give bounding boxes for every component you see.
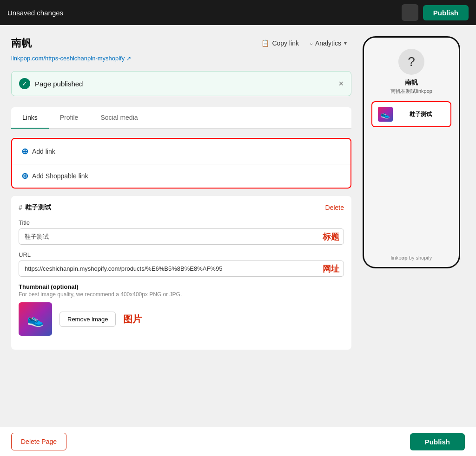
analytics-icon: ▫ [310, 39, 312, 47]
page-title: 南帆 [11, 36, 32, 50]
published-banner: ✓ Page published × [11, 71, 351, 96]
product-card: # 鞋子测试 Delete Title 标题 URL 网址 [11, 196, 351, 350]
hash-icon: # [19, 204, 22, 211]
url-field-group: URL 网址 [19, 251, 344, 277]
add-shoppable-button[interactable]: ⊕ Add Shoppable link [12, 164, 350, 188]
phone-footer-brand: op [401, 255, 407, 261]
app-header: Unsaved changes Publish [0, 0, 476, 25]
header-title: Unsaved changes [7, 9, 63, 17]
external-link-icon: ↗ [126, 55, 131, 62]
title-input[interactable] [19, 228, 344, 245]
url-label: URL [19, 251, 344, 258]
title-field-group: Title 标题 [19, 219, 344, 245]
product-card-title: # 鞋子测试 [19, 203, 51, 212]
delete-page-button[interactable]: Delete Page [11, 433, 66, 450]
header-actions: Publish [402, 4, 469, 21]
page-actions: 📋 Copy link ▫ Analytics ▾ [257, 37, 351, 50]
page-link[interactable]: linkpop.com/https-ceshichanpin-myshopify… [11, 55, 131, 62]
tabs: Links Profile Social media [11, 107, 351, 129]
header-publish-button[interactable]: Publish [423, 5, 469, 20]
plus-circle-icon: ⊕ [21, 171, 28, 181]
url-input[interactable] [19, 261, 344, 277]
phone-footer: linkpop by shopify [391, 255, 432, 261]
phone-name: 南帆 [405, 78, 418, 87]
add-link-card: ⊕ Add link ⊕ Add Shoppable link [11, 138, 351, 189]
url-hint: 网址 [323, 263, 339, 274]
tab-profile[interactable]: Profile [49, 107, 90, 129]
remove-image-button[interactable]: Remove image [60, 312, 116, 327]
phone-link-thumbnail: 👟 [378, 107, 393, 122]
phone-description: 南帆在测试linkpop [390, 88, 432, 95]
image-hint: 图片 [123, 313, 142, 326]
add-link-button[interactable]: ⊕ Add link [12, 139, 350, 164]
phone-preview: ? 南帆 南帆在测试linkpop 👟 鞋子测试 linkpop by shop… [363, 36, 460, 268]
tab-social[interactable]: Social media [89, 107, 149, 129]
banner-left: ✓ Page published [19, 78, 83, 89]
footer-bar: Delete Page Publish [0, 427, 476, 456]
right-column: ? 南帆 南帆在测试linkpop 👟 鞋子测试 linkpop by shop… [363, 36, 465, 359]
banner-close-button[interactable]: × [338, 79, 344, 89]
preview-button[interactable] [402, 4, 418, 21]
tab-links[interactable]: Links [11, 107, 49, 129]
add-link-inner: ⊕ Add link ⊕ Add Shoppable link [12, 139, 350, 188]
tabs-container: Links Profile Social media [11, 107, 351, 129]
thumbnail-group: Thumbnail (optional) For best image qual… [19, 283, 344, 336]
left-column: 南帆 📋 Copy link ▫ Analytics ▾ linkpop.com… [11, 36, 351, 359]
phone-link-card: 👟 鞋子测试 [371, 101, 451, 127]
phone-avatar: ? [398, 49, 424, 75]
title-input-wrapper: 标题 [19, 228, 344, 245]
analytics-button[interactable]: ▫ Analytics ▾ [305, 37, 351, 50]
plus-icon: ⊕ [21, 146, 28, 156]
copy-link-button[interactable]: 📋 Copy link [257, 37, 304, 50]
thumbnail-preview: 👟 [19, 302, 52, 336]
page-header: 南帆 📋 Copy link ▫ Analytics ▾ [11, 36, 351, 50]
thumbnail-row: 👟 Remove image 图片 [19, 302, 344, 336]
url-input-wrapper: 网址 [19, 261, 344, 277]
product-card-header: # 鞋子测试 Delete [19, 203, 344, 212]
title-label: Title [19, 219, 344, 226]
thumbnail-label: Thumbnail (optional) [19, 283, 344, 290]
main-wrapper: 南帆 📋 Copy link ▫ Analytics ▾ linkpop.com… [0, 25, 476, 396]
chevron-down-icon: ▾ [344, 40, 347, 46]
check-circle-icon: ✓ [19, 78, 30, 89]
banner-text: Page published [35, 80, 83, 88]
copy-icon: 📋 [261, 39, 269, 47]
thumbnail-hint: For best image quality, we recommend a 4… [19, 291, 344, 298]
footer-publish-button[interactable]: Publish [410, 433, 465, 450]
delete-link-button[interactable]: Delete [325, 204, 344, 211]
phone-link-text: 鞋子测试 [397, 111, 445, 118]
shoe-image: 👟 [19, 302, 52, 336]
